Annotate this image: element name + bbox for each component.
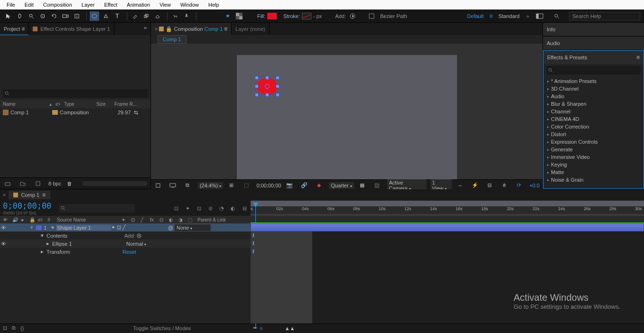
switch-adj-icon[interactable]: ◑	[178, 217, 185, 222]
tab-composition[interactable]: × 🔒 Composition Comp 1 ≡	[151, 23, 232, 35]
zoom-slider[interactable]: ○	[260, 325, 263, 331]
stroke-swatch[interactable]	[302, 13, 311, 19]
comp-mini-icon[interactable]: ⊡	[173, 205, 179, 212]
effects-category[interactable]: Keying	[543, 161, 644, 168]
lock-icon[interactable]: 🔒	[166, 26, 172, 32]
workspace-menu-icon[interactable]: ≡	[489, 13, 493, 19]
puppet-tool-icon[interactable]	[182, 11, 191, 21]
switch-frameblend-icon[interactable]: ⊡	[159, 217, 166, 222]
col-type[interactable]: Type	[64, 102, 93, 107]
col-size[interactable]: Size	[96, 102, 111, 107]
switch-mblur-icon[interactable]: ◐	[169, 217, 176, 222]
effects-category[interactable]: Expression Controls	[543, 138, 644, 146]
panel-toggle-icon[interactable]	[535, 11, 544, 21]
keyframe-marker[interactable]	[253, 233, 254, 237]
col-name[interactable]: Name	[3, 102, 46, 107]
source-col[interactable]: Source Name	[57, 217, 119, 222]
composition-canvas[interactable]	[237, 55, 457, 179]
motion-blur-icon[interactable]: ⊘	[207, 205, 214, 212]
effects-category[interactable]: 3D Channel	[543, 85, 644, 92]
menu-help[interactable]: Help	[204, 1, 224, 9]
shy-icon[interactable]: ✦	[184, 205, 191, 212]
sub-tab-comp1[interactable]: Comp 1	[158, 35, 187, 44]
layer-shape-1[interactable]: 👁 ▾ 1 ★ Shape Layer 1 ✦⊡╱ @ None	[0, 223, 251, 231]
grid-icon[interactable]: ▦	[358, 181, 367, 190]
fill-label[interactable]: Fill:	[257, 13, 265, 19]
new-folder-icon[interactable]	[18, 179, 28, 188]
eye-col-icon[interactable]: 👁	[3, 217, 9, 222]
viewer-timecode[interactable]: 0;00;00;00	[256, 183, 281, 188]
frame-blend-icon[interactable]: ⊡	[196, 205, 202, 212]
col-frame[interactable]: Frame R...	[114, 102, 137, 107]
monitor-icon[interactable]	[168, 181, 177, 190]
pan-behind-tool-icon[interactable]	[72, 11, 82, 21]
flowchart-icon[interactable]: ⋔	[500, 181, 509, 190]
add-content-icon[interactable]	[137, 233, 141, 238]
reset-exposure-icon[interactable]: ⟳	[514, 181, 523, 190]
menu-layer[interactable]: Layer	[77, 1, 100, 9]
roi-icon[interactable]: ⬚	[242, 181, 251, 190]
panel-overflow-icon[interactable]: »	[140, 23, 150, 35]
switch-quality-icon[interactable]: ╱	[140, 217, 147, 222]
project-item-comp1[interactable]: Comp 1 Composition 29.97 ⇆	[0, 108, 150, 117]
switch-fx-icon[interactable]: fx	[150, 217, 157, 222]
zoom-in-icon[interactable]: ▲▲	[285, 325, 295, 331]
effects-header[interactable]: Effects & Presets≡	[543, 51, 644, 64]
parent-dropdown[interactable]: None	[175, 224, 211, 231]
sort-icon[interactable]: ▴	[49, 102, 52, 107]
handle-tc[interactable]	[265, 76, 269, 80]
layer-clip-bar[interactable]	[251, 223, 644, 231]
handle-br[interactable]	[276, 93, 280, 97]
solo-col-icon[interactable]: ●	[21, 217, 27, 222]
pickwhip-icon[interactable]: @	[168, 225, 175, 231]
exposure-value[interactable]: +0.0	[529, 183, 540, 188]
eraser-tool-icon[interactable]	[153, 11, 162, 21]
selection-tool-icon[interactable]	[4, 11, 13, 21]
tab-project[interactable]: Project ≡	[0, 23, 29, 35]
eye-toggle[interactable]: 👁	[0, 225, 7, 231]
keyframe-marker[interactable]	[253, 250, 254, 253]
panel-info[interactable]: Info	[543, 23, 644, 36]
orbit-tool-icon[interactable]	[38, 11, 47, 21]
menu-edit[interactable]: Edit	[20, 1, 38, 9]
label-col-icon[interactable]: 🏷	[38, 217, 45, 222]
timeline-tracks[interactable]	[251, 223, 644, 324]
workspace-default[interactable]: Default	[467, 13, 484, 19]
mask-icon[interactable]: ◫	[373, 181, 382, 190]
workspace-standard[interactable]: Standard	[498, 13, 520, 19]
effects-category[interactable]: Channel	[543, 108, 644, 115]
layer-transform[interactable]: ▸ Transform Reset	[0, 248, 251, 256]
res-icon[interactable]: ⊞	[227, 181, 236, 190]
camera-tool-icon[interactable]	[61, 11, 70, 21]
snapshot-icon[interactable]: 📷	[285, 181, 294, 190]
brush-tool-icon[interactable]	[130, 11, 140, 21]
text-tool-icon[interactable]: T	[112, 11, 122, 21]
twirl-icon[interactable]: ▾	[30, 224, 36, 231]
footer-icon2[interactable]: ⧉	[12, 325, 16, 331]
checker-icon[interactable]	[234, 11, 244, 21]
timeline-tab-comp1[interactable]: Comp 1≡	[9, 191, 50, 199]
stroke-px[interactable]: - px	[313, 13, 322, 19]
switch-3d-icon[interactable]: ⬚	[188, 217, 195, 222]
switch-shy-icon[interactable]: ✦	[121, 217, 128, 222]
toggle-switches[interactable]: Toggle Switches / Modes	[133, 325, 191, 331]
menu-window[interactable]: Window	[176, 1, 204, 9]
clone-tool-icon[interactable]	[141, 11, 151, 21]
layer-contents[interactable]: ▾ Contents Add:	[0, 231, 251, 240]
menu-effect[interactable]: Effect	[99, 1, 122, 9]
effects-category[interactable]: Blur & Sharpen	[543, 100, 644, 108]
roto-tool-icon[interactable]	[170, 11, 180, 21]
effects-category[interactable]: Matte	[543, 168, 644, 176]
interpret-icon[interactable]	[3, 179, 12, 188]
pen-tool-icon[interactable]	[101, 11, 111, 21]
layer-ellipse[interactable]: 👁 ▸ Ellipse 1 Normal	[0, 240, 251, 248]
tab-effect-controls[interactable]: Effect Controls Shape Layer 1	[29, 23, 114, 35]
menu-file[interactable]: File	[2, 1, 20, 9]
handle-mr[interactable]	[276, 84, 280, 88]
add-button-icon[interactable]	[348, 11, 357, 21]
switch-collapse-icon[interactable]: ⊡	[131, 217, 138, 222]
effects-category[interactable]: Distort	[543, 130, 644, 138]
work-area-bar[interactable]	[251, 201, 644, 206]
fast-preview-icon[interactable]: ⚡	[470, 181, 479, 190]
anchor-point-icon[interactable]	[265, 84, 270, 89]
